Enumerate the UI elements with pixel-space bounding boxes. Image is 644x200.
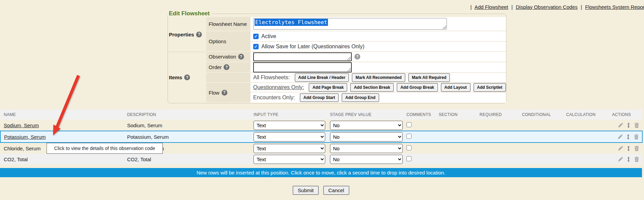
- flowsheet-name-input[interactable]: Electrolytes Flowsheet: [253, 18, 447, 30]
- stage-prev-value-select[interactable]: No: [330, 132, 403, 141]
- required-cell: [476, 143, 519, 154]
- mark-all-required-button[interactable]: Mark All Required: [408, 73, 450, 82]
- add-section-break-button[interactable]: Add Section Break: [350, 83, 394, 92]
- observation-code-link[interactable]: CO2, Total: [4, 156, 28, 162]
- add-layout-button[interactable]: Add Layout: [441, 83, 471, 92]
- table-row-potassium-highlighted: Potassium, Serum Potassium, Serum Text N…: [0, 131, 642, 143]
- help-icon[interactable]: ?: [354, 54, 360, 60]
- active-label: Active: [261, 33, 276, 39]
- col-header-required: REQUIRED: [476, 110, 519, 120]
- col-header-comments: COMMENTS: [403, 110, 435, 120]
- delete-trash-icon[interactable]: [634, 122, 640, 128]
- stage-prev-value-select[interactable]: No: [330, 121, 403, 130]
- observation-code-link[interactable]: Sodium, Serum: [4, 122, 39, 128]
- delete-trash-icon[interactable]: [634, 156, 640, 162]
- nav-separator: |: [510, 4, 515, 10]
- add-line-break-header-button[interactable]: Add Line Break / Header: [295, 73, 349, 82]
- stage-prev-value-select[interactable]: No: [330, 155, 403, 164]
- flow-label-text: Flow: [209, 90, 220, 96]
- observation-label: Observation ?: [206, 52, 250, 62]
- description-cell: CO2, Total: [124, 154, 250, 165]
- questionnaires-only-label: Questionnaires Only:: [253, 84, 304, 90]
- observation-cell: ?: [250, 52, 506, 62]
- move-updown-icon[interactable]: [626, 122, 631, 128]
- col-header-name: NAME: [0, 110, 124, 120]
- observation-input[interactable]: [253, 52, 352, 61]
- order-input[interactable]: [253, 62, 352, 72]
- input-type-select[interactable]: Text: [254, 121, 325, 130]
- allow-save-later-checkbox[interactable]: [253, 44, 259, 49]
- col-header-actions: ACTIONS: [609, 110, 642, 120]
- section-cell: [435, 143, 476, 154]
- help-icon[interactable]: ?: [224, 64, 229, 70]
- input-type-select[interactable]: Text: [254, 132, 325, 141]
- comments-checkbox[interactable]: [406, 156, 412, 161]
- comments-checkbox[interactable]: [406, 122, 412, 127]
- resize-handle-icon[interactable]: [443, 26, 446, 29]
- col-header-stage-prev-value: STAGE PREV VALUE: [327, 110, 403, 120]
- resize-handle-icon[interactable]: [347, 57, 351, 60]
- delete-trash-icon[interactable]: [633, 134, 639, 140]
- add-group-start-button[interactable]: Add Group Start: [300, 93, 339, 102]
- stage-prev-value-select[interactable]: No: [330, 144, 403, 153]
- description-cell: Potassium, Serum: [124, 131, 250, 143]
- table-row-sodium: Sodium, Serum Sodium, Serum Text No: [0, 120, 642, 131]
- properties-label-text: Properties: [169, 32, 194, 37]
- col-header-conditional: CONDITIONAL: [519, 110, 563, 120]
- options-label: Options: [206, 31, 250, 52]
- section-cell: [435, 154, 476, 165]
- items-label-text: Items: [169, 74, 182, 80]
- edit-pencil-icon[interactable]: [617, 146, 623, 151]
- input-type-select[interactable]: Text: [254, 144, 325, 153]
- link-flowsheets-system-report[interactable]: Flowsheets System Report: [585, 4, 644, 10]
- observation-code-link[interactable]: Chloride, Serum: [4, 146, 40, 151]
- input-type-select[interactable]: Text: [254, 155, 325, 164]
- conditional-cell: [519, 143, 563, 154]
- form-footer: Submit Cancel: [0, 186, 642, 195]
- active-checkbox[interactable]: [253, 34, 259, 39]
- section-cell: [435, 120, 476, 131]
- table-row-co2: CO2, Total CO2, Total Text No: [0, 154, 642, 165]
- submit-button[interactable]: Submit: [293, 186, 319, 195]
- required-cell: [476, 131, 519, 143]
- observation-label-text: Observation: [209, 54, 236, 60]
- insert-position-bar[interactable]: New rows will be inserted at this positi…: [0, 168, 642, 177]
- help-icon[interactable]: ?: [184, 74, 190, 80]
- flowsheet-name-value: Electrolytes Flowsheet: [255, 19, 328, 26]
- allow-save-later-label: Allow Save for Later (Questionnaires Onl…: [261, 44, 364, 50]
- move-updown-icon[interactable]: [626, 146, 631, 151]
- observation-code-link[interactable]: Potassium, Serum: [4, 134, 46, 140]
- resize-handle-icon[interactable]: [347, 68, 351, 71]
- move-updown-icon[interactable]: [625, 134, 631, 140]
- link-display-observation-codes[interactable]: Display Observation Codes: [516, 4, 578, 10]
- edit-pencil-icon[interactable]: [617, 134, 623, 140]
- link-add-flowsheet[interactable]: Add Flowsheet: [474, 4, 508, 10]
- add-group-end-button[interactable]: Add Group End: [342, 93, 379, 102]
- edit-flowsheet-legend: Edit Flowsheet: [168, 10, 211, 17]
- help-icon[interactable]: ?: [196, 32, 202, 37]
- description-cell: Sodium, Serum: [124, 120, 250, 131]
- add-scriptlet-button[interactable]: Add Scriptlet: [473, 83, 506, 92]
- add-group-break-button[interactable]: Add Group Break: [397, 83, 438, 92]
- move-updown-icon[interactable]: [626, 156, 631, 162]
- col-header-calculation: CALCULATION: [563, 110, 609, 120]
- delete-trash-icon[interactable]: [634, 146, 640, 151]
- comments-checkbox[interactable]: [406, 145, 412, 150]
- required-cell: [476, 154, 519, 165]
- flowsheet-name-cell: Electrolytes Flowsheet: [250, 17, 506, 31]
- encounters-only-label: Encounters Only:: [253, 95, 295, 101]
- nav-separator: |: [579, 4, 584, 10]
- col-header-input-type: INPUT TYPE: [250, 110, 327, 120]
- mark-all-recommended-button[interactable]: Mark All Recommended: [352, 73, 405, 82]
- section-cell: [435, 131, 476, 143]
- comments-checkbox[interactable]: [406, 134, 412, 139]
- edit-flowsheet-fieldset: Edit Flowsheet Properties ? Items ? Flow…: [168, 10, 506, 103]
- observation-code-tooltip: Click to view the details of this observ…: [47, 143, 163, 154]
- help-icon[interactable]: ?: [222, 90, 227, 96]
- help-icon[interactable]: ?: [238, 54, 244, 60]
- table-header-row: NAME DESCRIPTION INPUT TYPE STAGE PREV V…: [0, 110, 642, 120]
- add-page-break-button[interactable]: Add Page Break: [309, 83, 347, 92]
- cancel-button[interactable]: Cancel: [323, 186, 349, 195]
- edit-pencil-icon[interactable]: [617, 156, 623, 162]
- edit-pencil-icon[interactable]: [617, 122, 623, 128]
